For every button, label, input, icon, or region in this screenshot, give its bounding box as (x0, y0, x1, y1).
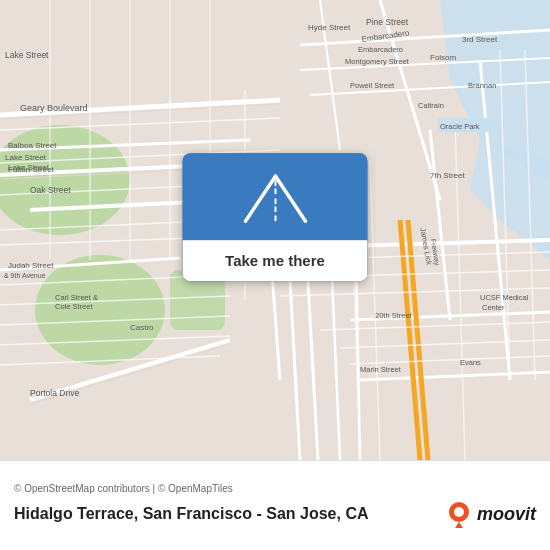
svg-line-95 (275, 176, 305, 221)
svg-text:Montgomery Street: Montgomery Street (345, 57, 410, 66)
moovit-brand-name: moovit (477, 504, 536, 525)
svg-text:Judah Street: Judah Street (8, 261, 54, 270)
location-label: Hidalgo Terrace, San Francisco - San Jos… (14, 505, 368, 523)
svg-text:Geary Boulevard: Geary Boulevard (20, 103, 88, 113)
svg-text:Pine Street: Pine Street (366, 17, 409, 27)
svg-text:Lake Street: Lake Street (5, 153, 47, 162)
road-icon (235, 171, 315, 226)
svg-line-94 (245, 176, 275, 221)
svg-text:20th Street: 20th Street (375, 311, 413, 320)
svg-text:Balboa Street: Balboa Street (8, 141, 57, 150)
svg-text:Folsom: Folsom (430, 53, 457, 62)
svg-text:Carl Street &: Carl Street & (55, 293, 98, 302)
svg-text:Embarcadero: Embarcadero (358, 45, 403, 54)
location-row: Hidalgo Terrace, San Francisco - San Jos… (14, 500, 536, 528)
take-me-there-button[interactable]: Take me there (183, 240, 368, 281)
svg-text:Brannan: Brannan (468, 81, 496, 90)
svg-text:Caltrain: Caltrain (418, 101, 444, 110)
svg-text:Lake Street: Lake Street (8, 163, 50, 172)
svg-text:Lake Street: Lake Street (5, 50, 49, 60)
bottom-bar: © OpenStreetMap contributors | © OpenMap… (0, 460, 550, 550)
svg-text:Hyde Street: Hyde Street (308, 23, 351, 32)
svg-text:UCSF Medical: UCSF Medical (480, 293, 529, 302)
svg-marker-101 (455, 522, 463, 528)
svg-text:Cole Street: Cole Street (55, 302, 93, 311)
svg-text:Oracle Park: Oracle Park (440, 122, 480, 131)
map-attribution: © OpenStreetMap contributors | © OpenMap… (14, 483, 536, 494)
navigation-card: Take me there (183, 153, 368, 281)
svg-text:Center: Center (482, 303, 505, 312)
svg-text:Marin Street: Marin Street (360, 365, 402, 374)
map-container: Geary Boulevard Balboa Street Fulton Str… (0, 0, 550, 460)
svg-text:& 9th Avenue: & 9th Avenue (4, 272, 46, 279)
svg-text:Evans: Evans (460, 358, 481, 367)
svg-text:7th Street: 7th Street (430, 171, 465, 180)
svg-text:3rd Street: 3rd Street (462, 35, 498, 44)
moovit-logo: moovit (445, 500, 536, 528)
svg-text:Portola Drive: Portola Drive (30, 388, 79, 398)
svg-text:Castro: Castro (130, 323, 154, 332)
svg-point-100 (454, 507, 464, 517)
moovit-icon (445, 500, 473, 528)
svg-text:Oak Street: Oak Street (30, 185, 71, 195)
card-icon-area (183, 153, 368, 240)
svg-text:Powell Street: Powell Street (350, 81, 395, 90)
